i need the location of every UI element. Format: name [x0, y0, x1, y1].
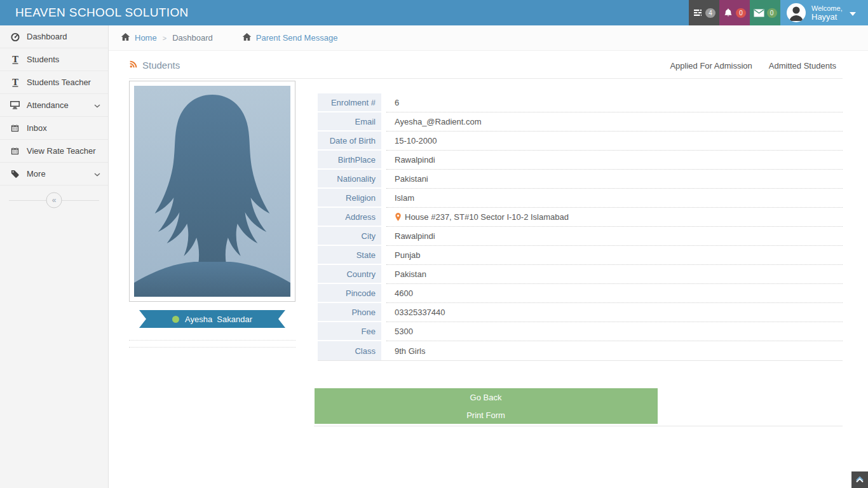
detail-row-nationality: Nationality Pakistani — [318, 170, 843, 189]
messages-button[interactable]: 0 — [750, 0, 780, 25]
desktop-icon — [10, 100, 20, 110]
detail-label: Fee — [318, 322, 381, 341]
page-title-text: Students — [142, 60, 180, 71]
detail-label: Nationality — [318, 170, 381, 189]
page-title: Students — [129, 60, 180, 71]
chevron-up-icon — [855, 475, 864, 485]
detail-value: 03325337440 — [395, 308, 445, 317]
detail-value: 5300 — [395, 327, 413, 336]
scroll-to-top-button[interactable] — [851, 471, 868, 488]
home-icon — [121, 32, 130, 43]
detail-value: Rawalpindi — [395, 231, 435, 241]
welcome-text: Welcome, Hayyat — [811, 4, 843, 22]
detail-row-date-of-birth: Date of Birth 15-10-2000 — [318, 132, 843, 151]
user-name: Hayyat — [811, 12, 837, 22]
text-icon: T — [10, 78, 20, 88]
sidebar-item-attendance[interactable]: Attendance — [0, 94, 108, 117]
breadcrumb-parent-send-message-link[interactable]: Parent Send Message — [256, 33, 338, 43]
map-marker-icon — [395, 212, 402, 222]
notifications-badge: 0 — [736, 8, 746, 18]
student-details-table: Enrolment # 6 Email Ayesha_@Radient.com … — [318, 93, 843, 361]
student-photo-frame — [129, 81, 295, 302]
breadcrumb-current: Dashboard — [172, 33, 213, 43]
svg-text:T: T — [12, 78, 18, 87]
divider — [129, 347, 295, 348]
tasks-icon — [693, 8, 703, 18]
detail-value: 4600 — [395, 288, 413, 298]
app-header: HEAVEN SCHOOL SOLUTION 4 0 0 Welcome, Ha… — [0, 0, 868, 25]
detail-row-city: City Rawalpindi — [318, 227, 843, 246]
tab-applied-for-admission[interactable]: Applied For Admission — [670, 61, 752, 71]
tab-admitted-students[interactable]: Admitted Students — [769, 61, 836, 71]
detail-label: Phone — [318, 303, 381, 322]
detail-label: Enrolment # — [318, 93, 381, 112]
breadcrumb-primary: Home > Dashboard — [121, 32, 213, 43]
envelope-icon — [754, 9, 764, 17]
detail-label: Email — [318, 112, 381, 132]
breadcrumb-secondary: Parent Send Message — [242, 32, 338, 43]
text-icon: T — [10, 55, 20, 65]
avatar — [787, 3, 806, 22]
detail-row-birthplace: BirthPlace Rawalpindi — [318, 151, 843, 170]
breadcrumb: Home > Dashboard Parent Send Message — [109, 25, 868, 51]
angle-double-left-icon: « — [52, 196, 57, 205]
sidebar-item-dashboard[interactable]: Dashboard — [0, 25, 108, 48]
sidebar-item-more[interactable]: More — [0, 163, 108, 186]
detail-label: Religion — [318, 189, 381, 208]
detail-value: Punjab — [395, 250, 420, 260]
detail-row-state: State Punjab — [318, 246, 843, 265]
calendar-icon — [10, 146, 20, 156]
sidebar-item-students[interactable]: T Students — [0, 48, 108, 71]
detail-label: Date of Birth — [318, 132, 381, 151]
sidebar: Dashboard T Students T Students Teacher … — [0, 25, 109, 488]
detail-row-email: Email Ayesha_@Radient.com — [318, 112, 843, 132]
detail-row-enrolment: Enrolment # 6 — [318, 93, 843, 112]
go-back-button[interactable]: Go Back — [315, 388, 658, 406]
tag-icon — [10, 169, 20, 179]
print-form-button[interactable]: Print Form — [315, 406, 658, 424]
sidebar-item-view-rate-teacher[interactable]: View Rate Teacher — [0, 140, 108, 163]
detail-row-class: Class 9th Girls — [318, 341, 843, 360]
sidebar-item-students-teacher[interactable]: T Students Teacher — [0, 71, 108, 94]
detail-row-phone: Phone 03325337440 — [318, 303, 843, 322]
detail-value: 6 — [395, 98, 399, 107]
detail-row-country: Country Pakistan — [318, 265, 843, 284]
breadcrumb-home-link[interactable]: Home — [135, 33, 157, 43]
breadcrumb-separator: > — [161, 34, 168, 42]
user-menu[interactable]: Welcome, Hayyat — [780, 0, 868, 25]
tab-bar: Applied For AdmissionAdmitted Students — [670, 61, 843, 71]
detail-value: Rawalpindi — [395, 155, 435, 165]
detail-label: State — [318, 246, 381, 265]
sidebar-collapse-button[interactable]: « — [46, 193, 62, 208]
detail-value: Pakistani — [395, 174, 428, 184]
welcome-label: Welcome, — [811, 4, 843, 12]
detail-label: Class — [318, 341, 381, 360]
detail-value: 9th Girls — [395, 346, 425, 356]
rss-icon — [129, 60, 138, 71]
detail-value: 15-10-2000 — [395, 136, 437, 146]
student-name: Ayesha Sakandar — [185, 315, 252, 324]
sidebar-item-inbox[interactable]: Inbox — [0, 117, 108, 140]
section-header: Students Applied For AdmissionAdmitted S… — [129, 60, 843, 79]
detail-row-address: Address House #237, ST#10 Sector I-10-2 … — [318, 208, 843, 227]
tasks-badge: 4 — [705, 8, 715, 18]
detail-label: City — [318, 227, 381, 246]
status-dot-icon — [172, 316, 179, 323]
student-photo-placeholder — [134, 86, 290, 297]
detail-label: BirthPlace — [318, 151, 381, 170]
messages-badge: 0 — [767, 8, 777, 18]
divider — [129, 340, 295, 341]
notifications-button[interactable]: 0 — [719, 0, 750, 25]
detail-row-pincode: Pincode 4600 — [318, 284, 843, 303]
detail-row-religion: Religion Islam — [318, 189, 843, 208]
sidebar-collapse-row: « — [0, 191, 108, 210]
home-icon — [242, 32, 252, 43]
tasks-button[interactable]: 4 — [689, 0, 719, 25]
student-photo-column: Ayesha Sakandar — [129, 81, 295, 361]
calendar-icon — [10, 123, 20, 133]
detail-row-fee: Fee 5300 — [318, 322, 843, 341]
chevron-down-icon — [94, 100, 100, 110]
detail-label: Country — [318, 265, 381, 284]
app-title: HEAVEN SCHOOL SOLUTION — [0, 0, 689, 25]
detail-value: House #237, ST#10 Sector I-10-2 Islamaba… — [405, 212, 569, 222]
